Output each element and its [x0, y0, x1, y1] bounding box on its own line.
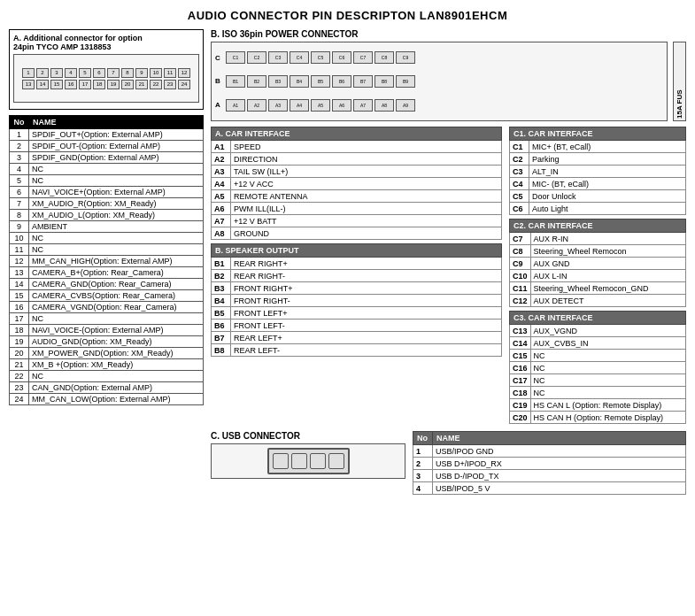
pin-no: 24	[10, 394, 29, 405]
pin-no: C2	[510, 153, 529, 166]
pin-name: HS CAN L (Option: Remote Display)	[530, 399, 685, 412]
pin-no: 6	[10, 187, 29, 198]
table-row: A7+12 V BATT	[212, 215, 502, 227]
pin-no: C13	[510, 325, 531, 337]
table-row: C16NC	[510, 362, 686, 374]
pin-name: Auto Light	[529, 203, 686, 215]
table-row: 4NC	[10, 164, 204, 175]
iso-row-a: A A1 A2 A3 A4 A5 A6 A7 A8 A9	[215, 99, 663, 112]
pin-name: NC	[29, 313, 204, 325]
pin-name: CAN_GND(Option: External AMP)	[29, 382, 204, 394]
pin-no: 8	[10, 210, 29, 221]
pin-name: NC	[29, 175, 204, 187]
table-row: B4FRONT RIGHT-	[212, 295, 502, 307]
pin-no: B7	[212, 332, 231, 344]
pin-no: A8	[212, 227, 231, 240]
table-row: C5Door Unlock	[510, 190, 686, 203]
pin-name: FRONT RIGHT+	[231, 282, 502, 295]
table-row: 1USB/IPOD GND	[413, 445, 686, 458]
table-row: C19HS CAN L (Option: Remote Display)	[510, 399, 686, 412]
pin-no: B6	[212, 320, 231, 332]
pin-name: AUX DETECT	[530, 295, 685, 307]
car-interface-section: A. CAR INTERFACE A1SPEEDA2DIRECTIONA3TAI…	[211, 127, 502, 427]
table-row: 13CAMERA_B+(Option: Rear_Camera)	[10, 267, 204, 279]
table-row: C13AUX_VGND	[510, 325, 686, 337]
pin-no: A1	[212, 141, 231, 153]
pin-no: 13	[10, 267, 29, 279]
pin-name: MIC+ (BT, eCall)	[529, 141, 686, 153]
pin-no: 21	[10, 359, 29, 371]
iso-pin: A7	[353, 99, 373, 112]
pin-name: NAVI_VOICE+(Option: External AMP)	[29, 187, 204, 198]
iso-pin: A5	[311, 99, 330, 112]
pin-no: A6	[212, 203, 231, 215]
iso-pin: A2	[247, 99, 266, 112]
table-row: 20XM_POWER_GND(Option: XM_Ready)	[10, 348, 204, 359]
table-row: 4USB/IPOD_5 V	[413, 482, 686, 495]
pin-cell: 21	[135, 80, 148, 89]
table-row: 10NC	[10, 233, 204, 244]
pin-name: PWM ILL(ILL-)	[231, 203, 502, 215]
pin-no: 4	[413, 482, 433, 495]
pin-no: 20	[10, 348, 29, 359]
pin-name: XM_AUDIO_R(Option: XM_Ready)	[29, 198, 204, 210]
pin-name: NC	[29, 371, 204, 382]
pin-name: REAR RIGHT-	[231, 270, 502, 282]
table-row: 11NC	[10, 244, 204, 256]
table-row: C14AUX_CVBS_IN	[510, 337, 686, 350]
pin-no: 2	[413, 458, 433, 470]
pin-no: A4	[212, 178, 231, 190]
pin-name: NC	[29, 244, 204, 256]
usb-col-name: NAME	[433, 432, 686, 445]
usb-col-no: No	[413, 432, 433, 445]
pin-no: C5	[510, 190, 529, 203]
c1-c2-c3-section: C1. CAR INTERFACE C1MIC+ (BT, eCall)C2Pa…	[509, 127, 686, 427]
left-pin-table: No NAME 1SPDIF_OUT+(Option: External AMP…	[9, 115, 204, 405]
section-b-speaker-header: B. SPEAKER OUTPUT	[212, 244, 502, 258]
pin-no: B8	[212, 344, 231, 357]
iso-pin: C8	[375, 51, 394, 64]
table-row: B2REAR RIGHT-	[212, 270, 502, 282]
table-row: A6PWM ILL(ILL-)	[212, 203, 502, 215]
section-b-speaker-table: B. SPEAKER OUTPUT B1REAR RIGHT+B2REAR RI…	[211, 243, 502, 357]
section-a-car-header: A. CAR INTERFACE	[212, 127, 502, 141]
pin-cell: 2	[36, 68, 49, 78]
pin-name: USB D-/IPOD_TX	[433, 470, 686, 482]
table-row: 22NC	[10, 371, 204, 382]
pin-name: SPDIF_GND(Option: External AMP)	[29, 152, 204, 164]
pin-name: ALT_IN	[529, 166, 686, 178]
table-row: 8XM_AUDIO_L(Option: XM_Ready)	[10, 210, 204, 221]
usb-diagram	[211, 443, 405, 479]
pin-name: MM_CAN_HIGH(Option: External AMP)	[29, 256, 204, 267]
connector-row-1: 1 2 3 4 5 6 7 8 9 10 11 12	[22, 68, 190, 78]
pin-name: AMBIENT	[29, 221, 204, 233]
table-row: B5FRONT LEFT+	[212, 307, 502, 320]
c3-header: C3. CAR INTERFACE	[510, 312, 686, 325]
pin-no: C4	[510, 178, 529, 190]
pin-name: USB/IPOD_5 V	[433, 482, 686, 495]
iso-label: B. ISO 36pin POWER CONNECTOR	[211, 29, 686, 39]
table-row: 6NAVI_VOICE+(Option: External AMP)	[10, 187, 204, 198]
pin-no: 1	[10, 129, 29, 141]
pin-no: C11	[510, 282, 531, 295]
pin-name: AUDIO_GND(Option: XM_Ready)	[29, 336, 204, 348]
usb-table-section: No NAME 1USB/IPOD GND2USB D+/IPOD_RX3USB…	[413, 431, 686, 498]
iso-pin: A6	[332, 99, 351, 112]
table-row: A4+12 V ACC	[212, 178, 502, 190]
pin-no: B5	[212, 307, 231, 320]
pin-name: XM_B +(Option: XM_Ready)	[29, 359, 204, 371]
pin-no: C10	[510, 270, 531, 282]
table-row: C11Steering_Wheel Remocon_GND	[510, 282, 686, 295]
section-a-car-table: A. CAR INTERFACE A1SPEEDA2DIRECTIONA3TAI…	[211, 127, 502, 240]
pin-name: FRONT LEFT+	[231, 307, 502, 320]
pin-no: 12	[10, 256, 29, 267]
iso-row-c: C C1 C2 C3 C4 C5 C6 C7 C8 C9	[215, 51, 663, 64]
pin-name: AUX GND	[530, 258, 685, 270]
iso-pin: C6	[332, 51, 351, 64]
pin-no: A2	[212, 153, 231, 166]
pin-name: SPDIF_OUT-(Option: External AMP)	[29, 141, 204, 152]
pin-no: 18	[10, 325, 29, 336]
iso-pin: B5	[311, 75, 330, 88]
pin-no: 17	[10, 313, 29, 325]
pin-name: XM_POWER_GND(Option: XM_Ready)	[29, 348, 204, 359]
